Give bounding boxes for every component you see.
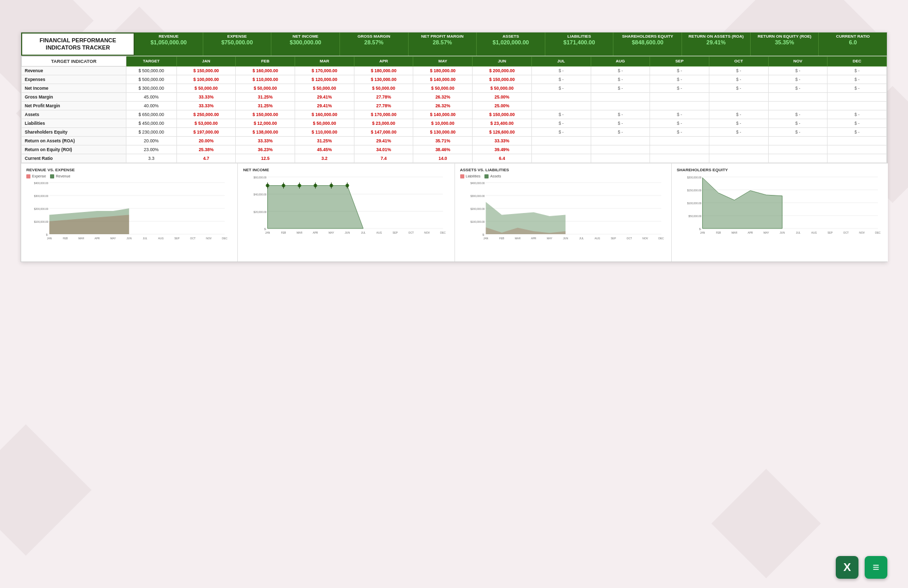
row-target: $ 500,000.00 bbox=[126, 66, 176, 75]
tracker-title-cell: FINANCIAL PERFORMANCEINDICATORS TRACKER bbox=[21, 32, 135, 56]
row-dec: $ - bbox=[828, 75, 887, 84]
svg-text:$150,000.00: $150,000.00 bbox=[687, 189, 702, 192]
row-nov bbox=[768, 154, 828, 162]
metric-cell: ASSETS$1,020,000.00 bbox=[477, 32, 545, 56]
svg-text:DEC: DEC bbox=[222, 237, 228, 240]
svg-text:AUG: AUG bbox=[158, 237, 164, 240]
row-nov bbox=[768, 101, 828, 110]
chart-shareholders-equity: SHAREHOLDERS EQUITY$200,000.00$150,000.0… bbox=[672, 164, 888, 262]
svg-text:$200,000.00: $200,000.00 bbox=[470, 207, 484, 210]
row-target: 3.3 bbox=[126, 154, 176, 162]
svg-text:AUG: AUG bbox=[594, 237, 600, 240]
svg-text:$-: $- bbox=[699, 227, 702, 231]
row-apr: 34.01% bbox=[354, 145, 413, 154]
row-oct bbox=[709, 101, 768, 110]
metric-cell: REVENUE$1,050,000.00 bbox=[135, 32, 203, 56]
svg-text:MAR: MAR bbox=[514, 237, 521, 240]
row-aug bbox=[591, 92, 650, 101]
row-oct bbox=[709, 145, 768, 154]
row-aug bbox=[591, 136, 650, 145]
row-jun: 6.4 bbox=[473, 154, 532, 162]
header-section bbox=[444, 0, 464, 25]
row-jan: $ 100,000.00 bbox=[176, 75, 236, 84]
svg-text:MAY: MAY bbox=[764, 231, 769, 234]
row-jul bbox=[531, 136, 591, 145]
svg-text:NOV: NOV bbox=[859, 231, 865, 234]
row-aug bbox=[591, 145, 650, 154]
svg-text:$400,000.00: $400,000.00 bbox=[470, 182, 484, 185]
row-apr: $ 23,000.00 bbox=[354, 119, 413, 127]
row-feb: $ 110,000.00 bbox=[236, 75, 295, 84]
svg-text:JAN: JAN bbox=[265, 231, 270, 234]
row-jan: 25.38% bbox=[176, 145, 236, 154]
row-mar: $ 120,000.00 bbox=[295, 75, 354, 84]
row-label: Current Ratio bbox=[22, 154, 126, 162]
row-apr: $ 130,000.00 bbox=[354, 75, 413, 84]
row-oct: $ - bbox=[709, 127, 768, 136]
row-nov bbox=[768, 145, 828, 154]
svg-text:$300,000.00: $300,000.00 bbox=[34, 194, 48, 198]
summary-bar: FINANCIAL PERFORMANCEINDICATORS TRACKER … bbox=[21, 32, 887, 56]
row-oct: $ - bbox=[709, 84, 768, 92]
svg-text:$-: $- bbox=[46, 233, 48, 236]
svg-text:MAY: MAY bbox=[329, 231, 334, 234]
row-mar: 45.45% bbox=[295, 145, 354, 154]
metric-cell: GROSS MARGIN28.57% bbox=[340, 32, 409, 56]
col-header-oct: OCT bbox=[709, 56, 768, 66]
col-header-jan: JAN bbox=[176, 56, 236, 66]
col-header-aug: AUG bbox=[591, 56, 650, 66]
svg-text:OCT: OCT bbox=[409, 231, 414, 234]
row-mar: 3.2 bbox=[295, 154, 354, 162]
row-jan: $ 150,000.00 bbox=[176, 66, 236, 75]
row-target: $ 300,000.00 bbox=[126, 84, 176, 92]
row-may: 14.0 bbox=[413, 154, 473, 162]
row-label: Shareholders Equity bbox=[22, 127, 126, 136]
svg-text:JAN: JAN bbox=[47, 237, 52, 240]
table-row: Return on Assets (ROA)20.00%20.00%33.33%… bbox=[22, 136, 887, 145]
row-label: Revenue bbox=[22, 66, 126, 75]
row-nov: $ - bbox=[768, 84, 828, 92]
row-jul: $ - bbox=[531, 84, 591, 92]
row-nov: $ - bbox=[768, 75, 828, 84]
col-header-apr: APR bbox=[354, 56, 413, 66]
table-row: Net Profit Margin40.00%33.33%31.25%29.41… bbox=[22, 101, 887, 110]
row-feb: $ 50,000.00 bbox=[236, 84, 295, 92]
col-header-target: TARGET bbox=[126, 56, 176, 66]
row-sep: $ - bbox=[650, 110, 709, 119]
row-dec bbox=[828, 136, 887, 145]
svg-text:NOV: NOV bbox=[206, 237, 212, 240]
svg-text:OCT: OCT bbox=[626, 237, 632, 240]
tracker-title: FINANCIAL PERFORMANCEINDICATORS TRACKER bbox=[40, 37, 116, 52]
row-sep: $ - bbox=[650, 75, 709, 84]
row-may: 26.32% bbox=[413, 101, 473, 110]
svg-text:MAY: MAY bbox=[110, 237, 116, 240]
svg-text:SEP: SEP bbox=[610, 237, 616, 240]
row-may: $ 50,000.00 bbox=[413, 84, 473, 92]
row-label: Return on Assets (ROA) bbox=[22, 136, 126, 145]
svg-text:$40,000.00: $40,000.00 bbox=[254, 193, 267, 196]
row-may: $ 180,000.00 bbox=[413, 66, 473, 75]
svg-text:$20,000.00: $20,000.00 bbox=[254, 210, 267, 213]
row-nov bbox=[768, 92, 828, 101]
excel-icon[interactable]: X bbox=[836, 556, 858, 579]
col-header-indicator: TARGET INDICATOR bbox=[22, 56, 126, 66]
metric-cell: LIABILITIES$171,400.00 bbox=[545, 32, 614, 56]
svg-text:NOV: NOV bbox=[642, 237, 648, 240]
row-jan: 33.33% bbox=[176, 92, 236, 101]
table-row: Liabilities$ 450,000.00$ 53,000.00$ 12,0… bbox=[22, 119, 887, 127]
row-dec: $ - bbox=[828, 66, 887, 75]
row-apr: 29.41% bbox=[354, 136, 413, 145]
svg-text:FEB: FEB bbox=[63, 237, 68, 240]
row-jul: $ - bbox=[531, 66, 591, 75]
svg-text:JUL: JUL bbox=[143, 237, 148, 240]
svg-text:$400,000.00: $400,000.00 bbox=[34, 182, 48, 185]
row-dec: $ - bbox=[828, 119, 887, 127]
row-apr: $ 147,000.00 bbox=[354, 127, 413, 136]
svg-text:APR: APR bbox=[531, 237, 537, 240]
row-jul bbox=[531, 154, 591, 162]
row-sep bbox=[650, 136, 709, 145]
row-nov bbox=[768, 136, 828, 145]
sheets-icon[interactable]: ≡ bbox=[865, 556, 887, 579]
row-mar: $ 50,000.00 bbox=[295, 119, 354, 127]
col-header-mar: MAR bbox=[295, 56, 354, 66]
